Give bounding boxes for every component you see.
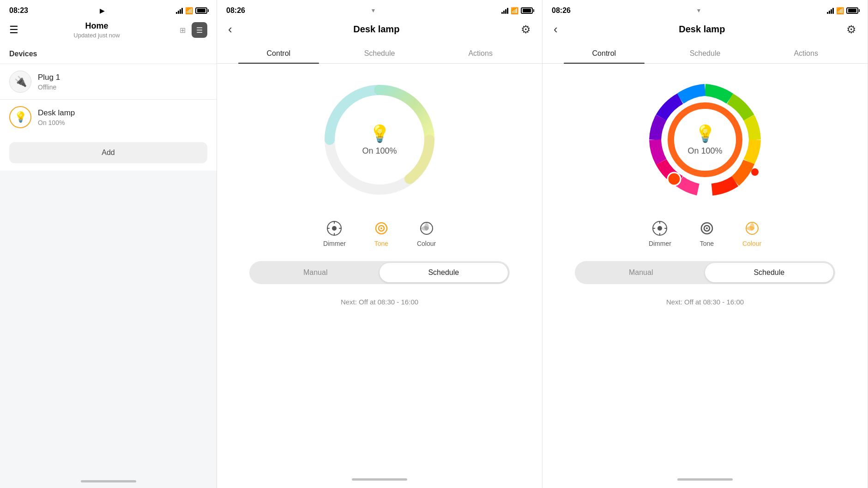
- back-button-lamp2[interactable]: ‹: [228, 22, 232, 36]
- plug1-icon-wrap: 🔌: [9, 71, 31, 93]
- tone-label-lamp3: Tone: [700, 240, 714, 247]
- tab-actions-lamp2[interactable]: Actions: [430, 44, 531, 63]
- location-arrow-home: ▶: [100, 7, 104, 14]
- devices-section-label: Devices: [0, 46, 217, 64]
- list-view-button[interactable]: ☰: [192, 22, 207, 38]
- lamp2-center-icon: 💡: [362, 124, 397, 143]
- tab-schedule-lamp2[interactable]: Schedule: [329, 44, 430, 63]
- plug1-info: Plug 1 Offline: [38, 73, 207, 91]
- lamp2-title: Desk lamp: [353, 24, 399, 35]
- status-icons-lamp3: 📶: [827, 7, 858, 14]
- lamp3-title: Desk lamp: [679, 24, 725, 35]
- plug1-status: Offline: [38, 83, 207, 91]
- status-icons-lamp2: 📶: [501, 7, 533, 14]
- empty-area: [0, 171, 217, 476]
- status-icons-home: 📶: [176, 7, 207, 14]
- dimmer-label-lamp2: Dimmer: [323, 240, 346, 247]
- svg-point-10: [380, 227, 382, 229]
- location-arrow-lamp3: ▼: [696, 7, 702, 14]
- colour-icon-lamp3: [744, 220, 760, 236]
- lamp3-center-icon: 💡: [687, 124, 722, 143]
- lamp2-control-area: 💡 On 100% Dimmer: [217, 64, 542, 474]
- wifi-icon-lamp2: 📶: [511, 7, 518, 14]
- lamp-status: On 100%: [38, 119, 207, 126]
- lamp3-ring-container[interactable]: 💡 On 100%: [643, 77, 767, 202]
- home-indicator-bar: [81, 480, 136, 482]
- lamp2-ring-center: 💡 On 100%: [362, 124, 397, 156]
- lamp-info: Desk lamp On 100%: [38, 108, 207, 126]
- grid-view-button[interactable]: ⊞: [175, 22, 191, 38]
- lamp-panel-2: 08:26 ▼ 📶 ‹ Desk lamp ⚙ Control Schedule…: [217, 0, 542, 488]
- time-home: 08:23: [9, 6, 28, 15]
- status-bar-lamp3: 08:26 ▼ 📶: [542, 0, 868, 18]
- lamp-icon: 💡: [14, 111, 27, 123]
- tab-control-lamp2[interactable]: Control: [228, 44, 329, 63]
- colour-button-lamp3[interactable]: Colour: [742, 220, 761, 247]
- tab-control-lamp3[interactable]: Control: [554, 44, 655, 63]
- schedule-button-lamp3[interactable]: Schedule: [705, 263, 833, 282]
- wifi-icon-home: 📶: [185, 7, 193, 14]
- device-plug1[interactable]: 🔌 Plug 1 Offline: [0, 64, 217, 99]
- tab-schedule-lamp3[interactable]: Schedule: [655, 44, 756, 63]
- view-toggle: ⊞ ☰: [175, 22, 207, 38]
- lamp2-home-indicator: [217, 474, 542, 488]
- manual-button-lamp2[interactable]: Manual: [251, 263, 380, 282]
- home-title-block: Home Updated just now: [73, 21, 120, 39]
- tone-icon-lamp2: [374, 220, 389, 236]
- plug1-name: Plug 1: [38, 73, 207, 82]
- lamp3-ring-center: 💡 On 100%: [687, 124, 722, 156]
- signal-icon-lamp3: [827, 7, 834, 14]
- tone-button-lamp3[interactable]: Tone: [699, 220, 715, 247]
- lamp3-center-label: On 100%: [687, 146, 722, 156]
- time-lamp2: 08:26: [226, 6, 245, 15]
- signal-icon-lamp2: [501, 7, 508, 14]
- dimmer-icon-lamp2: [326, 220, 342, 236]
- svg-point-16: [657, 226, 662, 231]
- lamp3-control-area: 💡 On 100% Dimmer: [542, 64, 868, 474]
- colour-icon-lamp2: [419, 220, 434, 236]
- battery-icon-lamp3: [846, 7, 858, 14]
- tab-actions-lamp3[interactable]: Actions: [755, 44, 856, 63]
- dimmer-button-lamp3[interactable]: Dimmer: [649, 220, 671, 247]
- next-schedule-lamp2: Next: Off at 08:30 - 16:00: [341, 289, 418, 310]
- dimmer-button-lamp2[interactable]: Dimmer: [323, 220, 346, 247]
- wifi-icon-lamp3: 📶: [836, 7, 844, 14]
- tone-label-lamp2: Tone: [374, 240, 388, 247]
- lamp-name: Desk lamp: [38, 108, 207, 118]
- home-panel: 08:23 ▶ 📶 ☰ Home Updated just now ⊞ ☰ De…: [0, 0, 217, 488]
- lamp3-tabs: Control Schedule Actions: [542, 44, 868, 64]
- add-device-button[interactable]: Add: [9, 142, 207, 163]
- tone-button-lamp2[interactable]: Tone: [374, 220, 389, 247]
- settings-button-lamp2[interactable]: ⚙: [521, 23, 531, 36]
- location-arrow-lamp2: ▼: [371, 7, 376, 14]
- settings-button-lamp3[interactable]: ⚙: [846, 23, 856, 36]
- battery-icon-home: [195, 7, 207, 14]
- time-lamp3: 08:26: [552, 6, 571, 15]
- lamp3-home-indicator: [542, 474, 868, 488]
- status-bar-lamp2: 08:26 ▼ 📶: [217, 0, 542, 18]
- lamp3-navbar: ‹ Desk lamp ⚙: [542, 18, 868, 44]
- dimmer-icon-lamp3: [652, 220, 668, 236]
- manual-button-lamp3[interactable]: Manual: [577, 263, 705, 282]
- home-title: Home: [73, 21, 120, 31]
- colour-button-lamp2[interactable]: Colour: [417, 220, 436, 247]
- lamp2-center-label: On 100%: [362, 146, 397, 156]
- lamp3-indicator-bar: [677, 478, 733, 481]
- device-desk-lamp[interactable]: 💡 Desk lamp On 100%: [0, 99, 217, 135]
- home-indicator: [0, 476, 217, 488]
- home-subtitle: Updated just now: [73, 32, 120, 39]
- back-button-lamp3[interactable]: ‹: [554, 22, 558, 36]
- lamp-panel-3: 08:26 ▼ 📶 ‹ Desk lamp ⚙ Control Schedule…: [542, 0, 868, 488]
- tone-icon-lamp3: [699, 220, 715, 236]
- lamp2-ring-container[interactable]: 💡 On 100%: [317, 77, 442, 202]
- plug-icon: 🔌: [14, 76, 27, 88]
- schedule-button-lamp2[interactable]: Schedule: [380, 263, 508, 282]
- next-schedule-lamp3: Next: Off at 08:30 - 16:00: [666, 289, 744, 310]
- colour-label-lamp2: Colour: [417, 240, 436, 247]
- dimmer-label-lamp3: Dimmer: [649, 240, 671, 247]
- lamp-icon-wrap: 💡: [9, 106, 31, 128]
- status-bar-home: 08:23 ▶ 📶: [0, 0, 217, 18]
- lamp3-control-icons: Dimmer Tone Colour: [649, 216, 761, 256]
- lamp2-control-icons: Dimmer Tone Colour: [323, 216, 436, 256]
- menu-button[interactable]: ☰: [9, 24, 18, 36]
